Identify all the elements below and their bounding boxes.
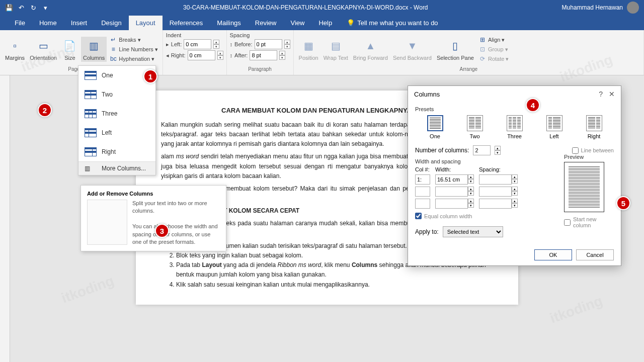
width-input[interactable] [435,174,468,185]
position-icon: ▦ [300,38,316,54]
indent-right-icon: ◂ [166,52,169,59]
align-button[interactable]: ⊞Align ▾ [477,35,510,44]
breaks-icon: ↵ [109,36,117,44]
user-avatar[interactable] [627,2,639,14]
line-numbers-button[interactable]: ≡Line Numbers ▾ [108,45,159,54]
columns-three[interactable]: Three [78,104,155,123]
rotate-icon: ⟳ [478,55,487,63]
columns-dialog: Columns ?✕ Presets One Two Three Left Ri… [408,85,621,266]
selection-icon: ▯ [447,38,463,54]
spacing-after-input[interactable] [250,50,277,60]
preset-two[interactable]: Two [467,115,483,139]
spacing-before-icon: ↕ [230,41,233,47]
hyphenation-icon: bc [109,55,117,63]
start-new-column-checkbox[interactable] [564,219,571,226]
tooltip-preview-image [87,200,127,245]
annotation-badge-5: 5 [616,196,630,210]
spacing-after-icon: ↕ [230,52,233,58]
more-columns-icon: ▥ [85,165,97,172]
selection-pane-button[interactable]: ▯Selection Pane [435,37,476,62]
undo-icon[interactable]: ↶ [17,4,25,12]
dialog-title: Columns [414,90,440,98]
spinner-down[interactable]: ▾ [213,44,219,49]
tab-view[interactable]: View [283,16,311,30]
line-numbers-icon: ≡ [109,45,117,53]
tab-home[interactable]: Home [32,16,64,30]
columns-right[interactable]: Right [78,142,155,161]
breaks-button[interactable]: ↵Breaks ▾ [108,35,159,44]
number-of-columns-input[interactable] [473,145,491,155]
preview-box [564,162,604,212]
align-icon: ⊞ [478,36,487,44]
ok-button[interactable]: OK [534,249,572,260]
redo-icon[interactable]: ↻ [29,4,37,12]
columns-icon: ▥ [86,38,102,54]
orientation-icon: ▭ [35,38,51,54]
tab-review[interactable]: Review [248,16,284,30]
tab-insert[interactable]: Insert [64,16,95,30]
tell-me-search[interactable]: 💡 Tell me what you want to do [347,19,438,27]
indent-left-icon: ▸ [166,41,169,48]
cancel-button[interactable]: Cancel [576,249,614,260]
spinner-up[interactable]: ▴ [213,40,219,44]
line-between-checkbox[interactable] [572,147,579,154]
group-label-arrange: Arrange [297,66,640,73]
columns-dropdown: One Two Three Left Right ▥More Columns..… [78,65,156,175]
orientation-button[interactable]: ▭Orientation [28,37,59,62]
dialog-help-icon[interactable]: ? [599,90,603,98]
save-icon[interactable]: 💾 [5,4,13,12]
backward-icon: ▼ [404,38,420,54]
tab-file[interactable]: File [8,16,32,30]
columns-left[interactable]: Left [78,123,155,142]
forward-icon: ▲ [362,38,378,54]
columns-two[interactable]: Two [78,85,155,104]
columns-tooltip: Add or Remove Columns Split your text in… [80,185,226,251]
user-name: Muhammad Hernawan [562,4,623,11]
group-button[interactable]: ⊡Group ▾ [477,45,510,54]
vertical-ruler[interactable] [0,75,10,362]
preset-three[interactable]: Three [507,115,523,139]
preset-right[interactable]: Right [586,115,602,139]
group-icon: ⊡ [478,45,487,53]
dialog-close-icon[interactable]: ✕ [609,90,615,98]
indent-right-input[interactable] [188,50,215,60]
tab-layout[interactable]: Layout [129,16,163,30]
tab-help[interactable]: Help [311,16,339,30]
spacing-input[interactable] [479,174,512,185]
wrap-text-button[interactable]: ▤Wrap Text [321,37,350,62]
indent-left-input[interactable] [184,39,211,49]
preset-one[interactable]: One [427,115,443,139]
tab-design[interactable]: Design [94,16,128,30]
margins-icon: ▫ [7,38,23,54]
preset-left[interactable]: Left [546,115,562,139]
spacing-before-input[interactable] [255,39,282,49]
bring-forward-button[interactable]: ▲Bring Forward [351,37,390,62]
size-icon: 📄 [62,38,78,54]
apply-to-select[interactable]: Selected text [443,226,503,237]
margins-button[interactable]: ▫Margins [3,37,27,62]
annotation-badge-4: 4 [526,98,540,112]
tooltip-title: Add or Remove Columns [87,191,220,197]
col-num-input[interactable] [415,174,430,185]
annotation-badge-3: 3 [155,224,169,238]
tab-references[interactable]: References [163,16,210,30]
annotation-badge-2: 2 [38,103,52,117]
position-button[interactable]: ▦Position [297,37,320,62]
document-title: 30-CARA-MEMBUAT-KOLOM-DAN-PENGATURAN-LEN… [49,4,562,11]
group-label-paragraph: Paragraph [230,66,290,73]
hyphenation-button[interactable]: bcHyphenation ▾ [108,54,159,63]
columns-button[interactable]: ▥Columns [81,37,107,62]
size-button[interactable]: 📄Size [60,37,80,62]
customize-qat-icon[interactable]: ▾ [41,4,49,12]
rotate-button[interactable]: ⟳Rotate ▾ [477,54,510,63]
annotation-badge-1: 1 [143,69,157,83]
tab-mailings[interactable]: Mailings [210,16,248,30]
send-backward-button[interactable]: ▼Send Backward [391,37,434,62]
wrap-icon: ▤ [328,38,344,54]
columns-more[interactable]: ▥More Columns... [78,161,155,175]
equal-width-checkbox[interactable] [415,213,422,219]
